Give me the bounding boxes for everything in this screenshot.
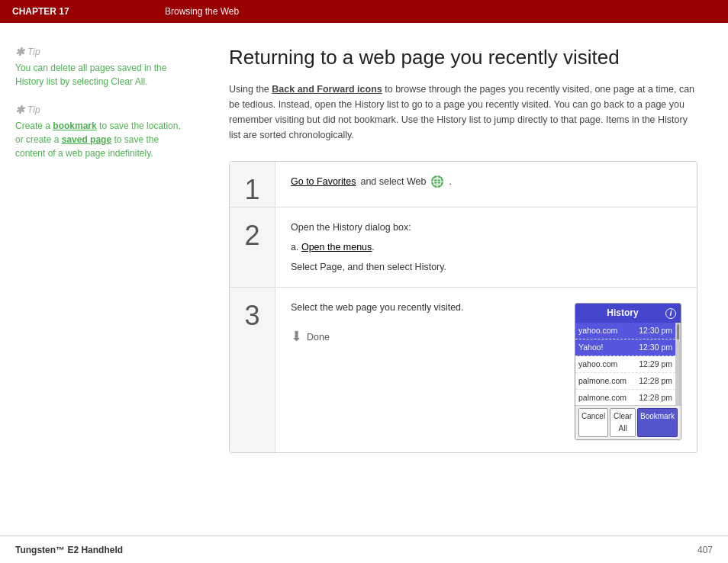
history-item-4[interactable]: palmone.com 12:28 pm — [575, 390, 675, 406]
chapter-title: Browsing the Web — [165, 6, 239, 17]
intro-text: Using the Back and Forward icons to brow… — [229, 82, 697, 143]
step-row-3: 3 Select the web page you recently visit… — [230, 288, 697, 452]
step-number-3: 3 — [230, 288, 275, 452]
footer-page: 407 — [697, 545, 713, 555]
substep-2a-label: a. — [291, 242, 301, 253]
bookmark-button[interactable]: Bookmark — [637, 408, 678, 437]
download-icon: ⬇ — [291, 326, 302, 348]
substep-2a: a. Open the menus. — [291, 240, 681, 255]
history-dialog: History i yahoo.com 12:30 pm — [575, 303, 681, 440]
substep-2a-period: . — [372, 242, 374, 253]
main-content: ✱ Tip You can delete all pages saved in … — [0, 23, 728, 536]
step3-text: Select the web page you recently visited… — [291, 300, 559, 315]
step1-line: Go to Favorites and select Web . — [291, 174, 681, 189]
history-item-3[interactable]: palmone.com 12:28 pm — [575, 373, 675, 390]
step-number-2: 2 — [230, 208, 275, 287]
tip-block-1: ✱ Tip You can delete all pages saved in … — [15, 46, 191, 88]
clear-all-button[interactable]: Clear All — [610, 408, 636, 437]
history-list-wrap: yahoo.com 12:30 pm Yahoo! 12:30 pm yahoo… — [575, 323, 681, 405]
step1-period: . — [449, 174, 451, 189]
step2-intro: Open the History dialog box: — [291, 220, 681, 235]
header-bar: CHAPTER 17 Browsing the Web — [0, 0, 728, 23]
done-arrow: ⬇ Done — [291, 326, 330, 348]
footer: Tungsten™ E2 Handheld 407 — [0, 536, 728, 563]
tip-label-1: Tip — [27, 47, 40, 57]
step1-text-after: and select Web — [360, 174, 426, 189]
history-site-4: palmone.com — [578, 391, 627, 404]
history-site-1: Yahoo! — [578, 341, 604, 354]
tip-header-1: ✱ Tip — [15, 46, 191, 58]
tip-asterisk-1: ✱ — [15, 46, 24, 58]
steps-container: 1 Go to Favorites and select Web — [229, 161, 697, 453]
history-header: History i — [575, 304, 681, 323]
step-content-1: Go to Favorites and select Web . — [275, 162, 697, 207]
done-label: Done — [307, 330, 330, 345]
chapter-label: CHAPTER 17 — [12, 6, 165, 17]
tip-text-1: You can delete all pages saved in the Hi… — [15, 61, 191, 88]
bold-icons-text: Back and Forward icons — [272, 84, 382, 95]
history-time-4: 12:28 pm — [639, 391, 672, 404]
history-buttons: Cancel Clear All Bookmark — [575, 405, 681, 439]
history-dialog-title: History — [580, 306, 665, 320]
substep-2b: Select Page, and then select History. — [291, 259, 681, 275]
step-content-3: Select the web page you recently visited… — [275, 288, 697, 452]
history-item-2[interactable]: yahoo.com 12:29 pm — [575, 356, 675, 373]
history-time-2: 12:29 pm — [639, 358, 672, 371]
content-area: Returning to a web page you recently vis… — [206, 23, 728, 536]
tip-label-2: Tip — [27, 105, 40, 115]
step3-inner: Select the web page you recently visited… — [291, 300, 681, 440]
web-icon — [430, 175, 444, 188]
tip-header-2: ✱ Tip — [15, 104, 191, 116]
tip-block-2: ✱ Tip Create a bookmark to save the loca… — [15, 104, 191, 160]
device-name: Tungsten™ E2 Handheld — [15, 545, 123, 555]
page-heading: Returning to a web page you recently vis… — [229, 46, 697, 69]
scrollbar-thumb — [677, 324, 679, 339]
history-scrollbar[interactable] — [675, 323, 681, 405]
step-row-1: 1 Go to Favorites and select Web — [230, 162, 697, 208]
history-time-0: 12:30 pm — [639, 324, 672, 337]
history-site-2: yahoo.com — [578, 358, 617, 371]
done-icon-area: ⬇ Done — [291, 326, 330, 348]
sidebar: ✱ Tip You can delete all pages saved in … — [0, 23, 206, 536]
step-row-2: 2 Open the History dialog box: a. Open t… — [230, 208, 697, 288]
tip-asterisk-2: ✱ — [15, 104, 24, 116]
history-time-1: 12:30 pm — [639, 341, 672, 354]
history-site-0: yahoo.com — [578, 324, 617, 337]
go-to-favorites-link[interactable]: Go to Favorites — [291, 174, 356, 189]
tip-content-1: You can delete all pages saved in the Hi… — [15, 63, 166, 87]
tip-text-2: Create a bookmark to save the location, … — [15, 119, 191, 160]
info-icon[interactable]: i — [665, 308, 676, 319]
step-number-1: 1 — [230, 162, 275, 207]
history-item-0[interactable]: yahoo.com 12:30 pm — [575, 323, 675, 339]
bookmark-link[interactable]: bookmark — [53, 121, 96, 131]
history-list-inner: yahoo.com 12:30 pm Yahoo! 12:30 pm yahoo… — [575, 323, 675, 405]
open-menus-link[interactable]: Open the menus — [301, 242, 372, 253]
step-content-2: Open the History dialog box: a. Open the… — [275, 208, 697, 287]
footer-device: Tungsten™ E2 Handheld — [15, 545, 123, 555]
cancel-button[interactable]: Cancel — [578, 408, 608, 437]
history-time-3: 12:28 pm — [639, 375, 672, 388]
history-item-1[interactable]: Yahoo! 12:30 pm — [575, 339, 675, 356]
history-site-3: palmone.com — [578, 375, 627, 388]
substep-2b-text: Select Page, and then select History. — [291, 262, 446, 272]
saved-page-link[interactable]: saved page — [62, 134, 111, 145]
step3-left: Select the web page you recently visited… — [291, 300, 559, 348]
